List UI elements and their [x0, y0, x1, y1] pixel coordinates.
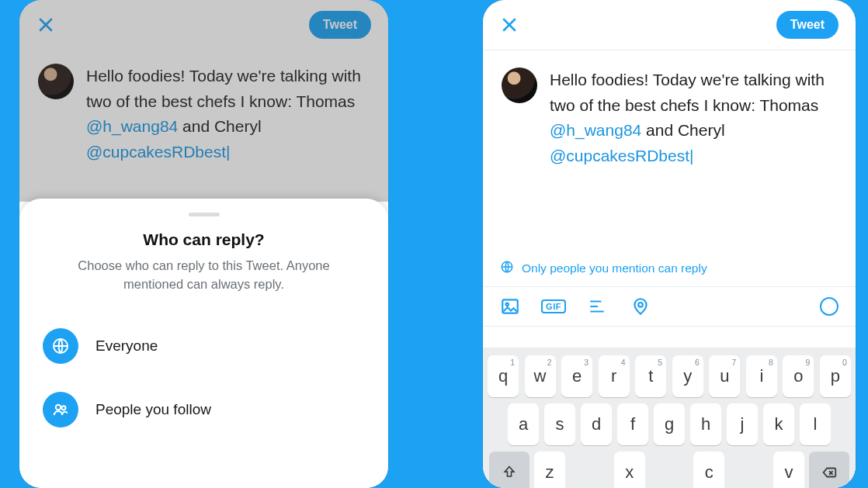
keyboard: q1w2e3r4t5y6u7i8o9p0 asdfghjkl zxcv: [483, 348, 856, 488]
poll-icon[interactable]: [587, 296, 607, 317]
image-icon[interactable]: [500, 296, 520, 317]
key-hint: 9: [806, 358, 811, 367]
mention-h-wang[interactable]: @h_wang84: [86, 117, 178, 135]
tweet-button[interactable]: Tweet: [309, 11, 371, 39]
key-hint: 8: [769, 358, 773, 367]
location-icon[interactable]: [630, 296, 651, 317]
header: Tweet: [19, 0, 388, 47]
key-hint: 4: [621, 358, 626, 367]
key-f[interactable]: f: [617, 403, 648, 445]
option-everyone-label: Everyone: [95, 337, 158, 355]
compose-area: Hello foodies! Today we're talking with …: [19, 47, 388, 172]
key-t[interactable]: t5: [635, 355, 666, 397]
mention-cupcakes[interactable]: @cupcakesRDbest: [86, 143, 226, 161]
svg-point-6: [638, 303, 643, 307]
option-people-you-follow[interactable]: People you follow: [38, 378, 370, 441]
key-y[interactable]: y6: [672, 355, 703, 397]
gif-icon[interactable]: GIF: [543, 296, 564, 317]
phone-left: Tweet Hello foodies! Today we're talking…: [19, 0, 388, 488]
svg-point-2: [62, 406, 66, 410]
key-v[interactable]: v: [773, 452, 804, 488]
close-icon[interactable]: [36, 16, 55, 34]
key-d[interactable]: d: [581, 403, 612, 445]
key-w[interactable]: w2: [525, 355, 556, 397]
compose-text[interactable]: Hello foodies! Today we're talking with …: [86, 64, 370, 164]
key-c[interactable]: c: [693, 452, 724, 488]
key-z[interactable]: z: [534, 452, 565, 488]
keyboard-row-1: q1w2e3r4t5y6u7i8o9p0: [486, 352, 852, 400]
key-l[interactable]: l: [800, 403, 831, 445]
header: Tweet: [483, 0, 856, 47]
key-h[interactable]: h: [690, 403, 721, 445]
compose-text-seg2: and Cheryl: [641, 121, 724, 139]
compose-area: Hello foodies! Today we're talking with …: [483, 50, 856, 176]
option-everyone[interactable]: Everyone: [38, 314, 370, 378]
option-follow-label: People you follow: [95, 401, 211, 418]
compose-text-seg2: and Cheryl: [178, 117, 261, 135]
key-u[interactable]: u7: [709, 355, 740, 397]
keyboard-row-3: zxcv: [486, 448, 852, 488]
keyboard-row-2: asdfghjkl: [486, 400, 852, 448]
sheet-subtitle: Choose who can reply to this Tweet. Anyo…: [38, 257, 370, 294]
gif-label: GIF: [541, 299, 566, 313]
key-hint: 0: [842, 358, 847, 367]
people-icon: [43, 392, 78, 427]
reply-permission-row[interactable]: Only people you mention can reply: [483, 251, 856, 287]
svg-point-1: [56, 405, 61, 410]
sheet-title: Who can reply?: [38, 230, 370, 249]
globe-icon: [43, 328, 78, 364]
avatar: [502, 67, 537, 103]
key-j[interactable]: j: [727, 403, 758, 445]
avatar: [38, 64, 74, 99]
text-cursor: |: [226, 143, 230, 161]
key-o[interactable]: o9: [783, 355, 814, 397]
compose-text[interactable]: Hello foodies! Today we're talking with …: [550, 67, 837, 168]
close-icon[interactable]: [500, 16, 519, 34]
tweet-button[interactable]: Tweet: [776, 11, 838, 39]
compose-text-seg1: Hello foodies! Today we're talking with …: [550, 71, 825, 114]
key-q[interactable]: q1: [488, 355, 519, 397]
key-hint: 2: [547, 358, 552, 367]
key-r[interactable]: r4: [599, 355, 630, 397]
key-g[interactable]: g: [654, 403, 685, 445]
key-hint: 7: [731, 358, 736, 367]
phone-right: Tweet Hello foodies! Today we're talking…: [483, 0, 856, 488]
key-x[interactable]: x: [614, 452, 645, 488]
backspace-key[interactable]: [809, 452, 849, 488]
reply-permission-label: Only people you mention can reply: [522, 261, 707, 275]
key-hint: 3: [584, 358, 589, 367]
mention-cupcakes[interactable]: @cupcakesRDbest: [550, 147, 689, 164]
mention-h-wang[interactable]: @h_wang84: [550, 121, 641, 139]
key-s[interactable]: s: [544, 403, 575, 445]
key-k[interactable]: k: [763, 403, 794, 445]
compose-text-seg1: Hello foodies! Today we're talking with …: [86, 67, 361, 110]
key-p[interactable]: p0: [820, 355, 851, 397]
key-hint: 1: [510, 358, 515, 367]
key-i[interactable]: i8: [746, 355, 777, 397]
compose-toolbar: GIF: [483, 287, 856, 327]
shift-key[interactable]: [489, 452, 529, 488]
key-hint: 6: [695, 358, 700, 367]
key-hint: 5: [658, 358, 662, 367]
text-cursor: |: [689, 147, 693, 164]
sheet-grabber[interactable]: [189, 213, 220, 216]
globe-icon: [500, 260, 514, 277]
key-a[interactable]: a: [508, 403, 539, 445]
char-count-circle: [820, 297, 838, 316]
sheet-options: Everyone People you follow: [38, 314, 370, 441]
svg-point-5: [505, 303, 508, 306]
reply-sheet: Who can reply? Choose who can reply to t…: [19, 199, 388, 488]
key-e[interactable]: e3: [561, 355, 592, 397]
